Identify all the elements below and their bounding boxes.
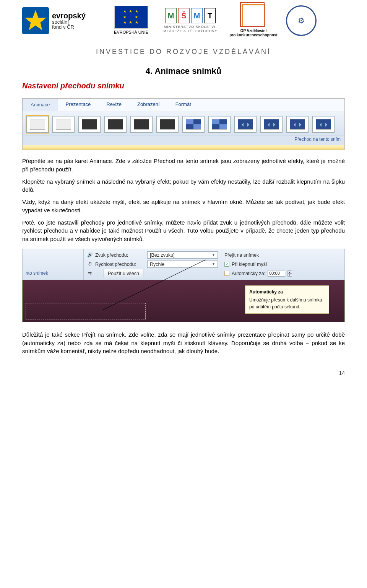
- transition-thumb[interactable]: [182, 116, 205, 133]
- sound-value: [Bez zvuku]: [150, 252, 175, 259]
- paragraph: Přepněte se na pás karet Animace. Zde v …: [22, 157, 345, 174]
- ribbon-group-label: Přechod na tento sním: [23, 135, 344, 145]
- speed-icon: ⏱: [87, 261, 93, 267]
- advance-group-label: Přejít na snímek: [224, 252, 259, 259]
- chevron-down-icon: ▼: [212, 262, 215, 267]
- transition-thumb[interactable]: [26, 116, 49, 133]
- slide-preview-area: Automaticky za Umožňuje přesun k dalšímu…: [22, 280, 345, 322]
- paragraph: Důležitá je také sekce Přejít na snímek.…: [22, 331, 345, 355]
- tab-format[interactable]: Formát: [168, 99, 199, 111]
- ribbon-status-bar: [23, 145, 344, 150]
- esf-star-icon: [22, 7, 49, 34]
- logo-tech-icon: ⚙: [286, 5, 317, 36]
- tab-animace[interactable]: Animace: [23, 99, 58, 111]
- ribbon-transition-settings: nto snímek 🔊 Zvuk přechodu: [Bez zvuku] …: [22, 249, 345, 322]
- placeholder-outline: [26, 303, 146, 319]
- header-logo-band: evropský sociální fond v ČR ★ ★ ★★ ★★ ★ …: [22, 0, 345, 41]
- op-line1: OP Vzdělávání: [229, 29, 278, 33]
- tab-prezentace[interactable]: Prezentace: [58, 99, 99, 111]
- tooltip-title: Automaticky za: [249, 289, 325, 295]
- opt-click-label: Při klepnutí myší: [232, 261, 267, 268]
- eu-flag-icon: ★ ★ ★★ ★★ ★ ★: [114, 6, 148, 29]
- speed-value: Rychle: [150, 261, 164, 268]
- logo-op: OP Vzdělávání pro konkurenceschopnost: [229, 4, 278, 37]
- group-label-left: nto snímek: [24, 269, 82, 277]
- eu-label: EVROPSKÁ UNIE: [114, 29, 148, 36]
- tab-revize[interactable]: Revize: [99, 99, 130, 111]
- msmt-line1: MINISTERSTVO ŠKOLSTVÍ,: [160, 25, 221, 29]
- paragraph: Vždy, když na daný efekt ukážete myší, e…: [22, 198, 345, 215]
- auto-time-field[interactable]: 00:00: [268, 270, 285, 277]
- checkbox-on-click[interactable]: ✓: [224, 262, 229, 267]
- time-spinner[interactable]: ▴▾: [287, 270, 292, 277]
- chevron-down-icon: ▼: [212, 252, 215, 257]
- esf-brand-main: evropský: [52, 11, 86, 20]
- tooltip-body: Umožňuje přesun k dalšímu snímku po urči…: [249, 297, 325, 310]
- ribbon-tab-strip: Animace Prezentace Revize Zobrazení Form…: [23, 99, 344, 111]
- transition-thumb[interactable]: [260, 116, 283, 133]
- section-title: 4. Animace snímků: [22, 65, 345, 77]
- paragraph: Klepněte na vybraný snímek a následně na…: [22, 178, 345, 194]
- transition-thumb[interactable]: [234, 116, 257, 133]
- transition-thumb[interactable]: [208, 116, 231, 133]
- transition-gallery: [23, 111, 344, 135]
- checkbox-auto-after[interactable]: ✓: [224, 271, 229, 276]
- svg-marker-0: [25, 10, 46, 31]
- transition-thumb[interactable]: [312, 116, 335, 133]
- msmt-line2: MLÁDEŽE A TĚLOVÝCHOVY: [160, 29, 221, 33]
- tooltip-auto-after: Automaticky za Umožňuje přesun k dalšímu…: [245, 285, 329, 314]
- transition-thumb[interactable]: [156, 116, 179, 133]
- msmt-mark-icon: M Š M T: [160, 8, 221, 23]
- tab-zobrazeni[interactable]: Zobrazení: [130, 99, 168, 111]
- logo-esf: evropský sociální fond v ČR: [22, 4, 102, 37]
- sound-label: Zvuk přechodu:: [95, 252, 145, 259]
- logo-msmt: M Š M T MINISTERSTVO ŠKOLSTVÍ, MLÁDEŽE A…: [160, 8, 221, 33]
- op-line2: pro konkurenceschopnost: [229, 33, 278, 37]
- logo-eu: ★ ★ ★★ ★★ ★ ★ EVROPSKÁ UNIE: [110, 6, 152, 36]
- sound-dropdown[interactable]: [Bez zvuku] ▼: [147, 251, 218, 259]
- speed-label: Rychlost přechodu:: [95, 261, 145, 268]
- apply-all-icon: ⇉: [87, 270, 93, 277]
- transition-thumb[interactable]: [52, 116, 75, 133]
- opt-auto-label: Automaticky za:: [232, 270, 265, 277]
- speed-dropdown[interactable]: Rychle ▼: [147, 261, 218, 268]
- subsection-title: Nastavení přechodu snímku: [22, 80, 345, 91]
- page-number: 14: [22, 369, 345, 377]
- apply-all-button[interactable]: Použít u všech: [104, 269, 143, 278]
- transition-thumb[interactable]: [130, 116, 153, 133]
- op-box-icon: [242, 4, 265, 27]
- speaker-icon: 🔊: [87, 252, 93, 258]
- esf-brand-sub2: fond v ČR: [52, 24, 86, 29]
- transition-thumb[interactable]: [78, 116, 101, 133]
- invest-tagline: INVESTICE DO ROZVOJE VZDĚLÁVÁNÍ: [22, 41, 345, 65]
- paragraph: Poté, co jste nastavili přechody pro jed…: [22, 218, 345, 243]
- transition-thumb[interactable]: [286, 116, 309, 133]
- ribbon-animations: Animace Prezentace Revize Zobrazení Form…: [22, 98, 345, 150]
- transition-thumb[interactable]: [104, 116, 127, 133]
